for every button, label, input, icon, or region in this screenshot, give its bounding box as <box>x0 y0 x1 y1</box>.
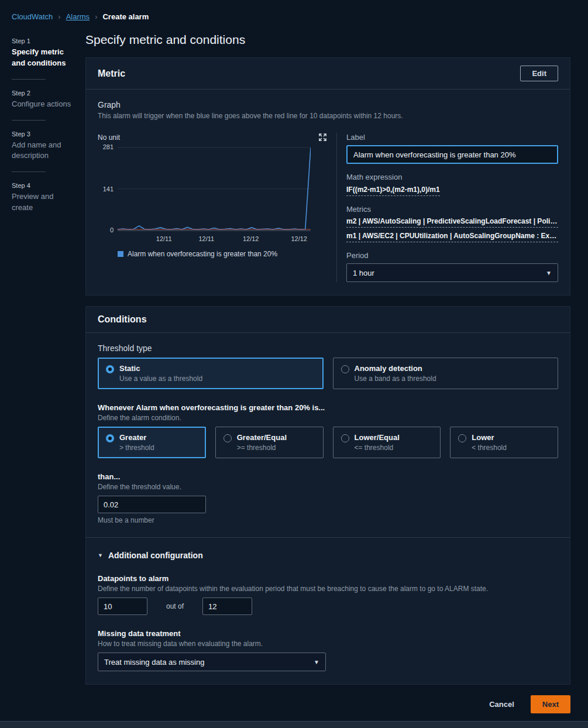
conditions-panel-body: Threshold type Static Use a value as a t… <box>86 333 570 684</box>
than-description: Define the threshold value. <box>98 483 558 491</box>
period-select[interactable]: 1 hour ▼ <box>346 263 558 282</box>
step-1-specify-metric[interactable]: Step 1 Specify metric and conditions <box>12 37 76 69</box>
additional-configuration-title: Additional configuration <box>108 551 203 560</box>
legend-swatch-icon <box>118 251 123 257</box>
vertical-divider <box>336 133 337 282</box>
step-2-configure-actions[interactable]: Step 2 Configure actions <box>12 90 76 110</box>
condition-lower-equal-option[interactable]: Lower/Equal <= threshold <box>333 427 441 458</box>
legend-label: Alarm when overforecasting is greater th… <box>128 250 277 258</box>
step-label: Preview and create <box>12 191 76 214</box>
whenever-description: Define the alarm condition. <box>98 414 558 422</box>
graph-description: This alarm will trigger when the blue li… <box>98 112 558 120</box>
missing-data-selected-value: Treat missing data as missing <box>104 658 204 667</box>
metric-fields: Label Math expression IF((m2-m1)>0,(m2-m… <box>346 133 558 282</box>
radio-unchecked-icon <box>223 434 232 442</box>
x-tick: 12/12 <box>291 235 307 242</box>
radio-unchecked-icon <box>341 365 349 373</box>
step-number: Step 1 <box>12 37 76 44</box>
breadcrumb-current: Create alarm <box>102 12 149 21</box>
condition-lower-option[interactable]: Lower < threshold <box>450 427 558 458</box>
math-expression-value[interactable]: IF((m2-m1)>0,(m2-m1),0)/m1 <box>346 186 440 196</box>
missing-data-select[interactable]: Treat missing data as missing ▼ <box>98 653 326 671</box>
metric-panel-body: Graph This alarm will trigger when the b… <box>86 90 570 295</box>
option-description: > threshold <box>119 444 154 452</box>
step-label: Specify metric and conditions <box>12 47 76 69</box>
metric-m1-value[interactable]: m1 | AWS/EC2 | CPUUtilization | AutoScal… <box>346 232 558 242</box>
breadcrumb: CloudWatch › Alarms › Create alarm <box>0 0 588 23</box>
chevron-right-icon: › <box>58 12 60 21</box>
x-tick: 12/11 <box>156 235 172 242</box>
condition-greater-equal-option[interactable]: Greater/Equal >= threshold <box>215 427 324 458</box>
option-description: < threshold <box>472 444 507 452</box>
step-divider <box>12 171 46 172</box>
graph-label: Graph <box>98 100 558 109</box>
radio-unchecked-icon <box>458 434 466 442</box>
period-label: Period <box>346 251 558 260</box>
chevron-right-icon: › <box>95 12 97 21</box>
metric-chart: No unit 281 141 <box>98 133 327 282</box>
chart-unit-label: No unit <box>98 133 120 142</box>
additional-configuration-toggle[interactable]: ▼ Additional configuration <box>98 551 558 560</box>
y-tick: 0 <box>110 226 114 233</box>
step-label: Configure actions <box>12 99 76 110</box>
condition-greater-option[interactable]: Greater > threshold <box>98 427 206 458</box>
conditions-panel: Conditions Threshold type Static Use a v… <box>85 306 570 685</box>
section-divider <box>86 537 570 538</box>
y-tick: 281 <box>103 143 114 150</box>
metrics-field: Metrics m2 | AWS/AutoScaling | Predictiv… <box>346 205 558 242</box>
chevron-down-icon: ▼ <box>314 659 319 665</box>
x-tick: 12/11 <box>198 235 214 242</box>
y-tick: 141 <box>103 186 114 193</box>
option-title: Greater/Equal <box>237 433 287 442</box>
page-title: Specify metric and conditions <box>85 33 570 47</box>
chevron-down-icon: ▼ <box>546 270 552 276</box>
metric-panel-title: Metric <box>98 68 125 79</box>
threshold-value-input[interactable] <box>98 496 206 513</box>
label-field: Label <box>346 133 558 164</box>
step-number: Step 2 <box>12 90 76 97</box>
option-description: <= threshold <box>355 444 400 452</box>
missing-data-label: Missing data treatment <box>98 629 558 638</box>
option-title: Greater <box>119 433 154 442</box>
breadcrumb-alarms[interactable]: Alarms <box>66 12 90 21</box>
threshold-type-static-option[interactable]: Static Use a value as a threshold <box>98 358 324 389</box>
chart-y-axis: 281 141 0 <box>98 145 118 233</box>
console-footer-bar <box>0 721 588 728</box>
radio-unchecked-icon <box>341 434 349 442</box>
edit-button[interactable]: Edit <box>520 66 558 81</box>
x-tick: 12/12 <box>243 235 259 242</box>
metrics-label: Metrics <box>346 205 558 214</box>
option-description: Use a value as a threshold <box>119 375 202 383</box>
step-number: Step 4 <box>12 182 76 189</box>
radio-checked-icon <box>106 434 114 442</box>
step-divider <box>12 120 46 121</box>
next-button[interactable]: Next <box>531 695 570 713</box>
threshold-type-label: Threshold type <box>98 344 558 353</box>
metric-panel-header: Metric Edit <box>86 58 570 90</box>
datapoints-label: Datapoints to alarm <box>98 574 558 583</box>
page-layout: Step 1 Specify metric and conditions Ste… <box>0 23 588 713</box>
datapoints-description: Define the number of datapoints within t… <box>98 585 558 593</box>
option-title: Lower <box>472 433 507 442</box>
threshold-type-anomaly-option[interactable]: Anomaly detection Use a band as a thresh… <box>333 358 559 389</box>
breadcrumb-cloudwatch[interactable]: CloudWatch <box>12 12 53 21</box>
label-input[interactable] <box>346 145 558 164</box>
conditions-panel-title: Conditions <box>98 314 147 325</box>
radio-checked-icon <box>106 365 114 373</box>
expand-icon[interactable] <box>318 133 327 142</box>
steps-nav: Step 1 Specify metric and conditions Ste… <box>12 23 76 713</box>
datapoints-breaching-input[interactable] <box>98 597 147 615</box>
label-field-label: Label <box>346 133 558 142</box>
period-field: Period 1 hour ▼ <box>346 251 558 282</box>
wizard-actions: Cancel Next <box>85 695 570 713</box>
main-content: Specify metric and conditions Metric Edi… <box>76 23 570 713</box>
cancel-button[interactable]: Cancel <box>489 700 514 709</box>
datapoints-evaluation-input[interactable] <box>202 597 252 615</box>
metric-m2-value[interactable]: m2 | AWS/AutoScaling | PredictiveScaling… <box>346 217 558 228</box>
option-description: Use a band as a threshold <box>355 375 436 383</box>
conditions-panel-header: Conditions <box>86 307 570 333</box>
step-3-add-name[interactable]: Step 3 Add name and description <box>12 131 76 162</box>
step-4-preview-create[interactable]: Step 4 Preview and create <box>12 182 76 214</box>
chart-legend: Alarm when overforecasting is greater th… <box>118 250 327 258</box>
math-expression-field: Math expression IF((m2-m1)>0,(m2-m1),0)/… <box>346 173 558 196</box>
